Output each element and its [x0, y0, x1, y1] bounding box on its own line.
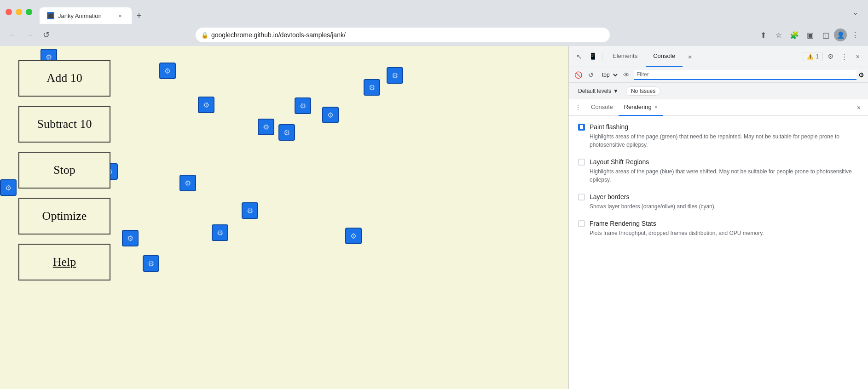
- window-chevron-button[interactable]: ⌄: [848, 5, 862, 19]
- devtools-cursor-icon[interactable]: ↖: [573, 50, 585, 63]
- maximize-traffic-light[interactable]: [26, 9, 32, 15]
- animated-box-4: [198, 97, 214, 113]
- console-refresh-button[interactable]: ↺: [585, 69, 596, 80]
- profile-icon[interactable]: 👤: [834, 29, 847, 41]
- animated-box-17: [143, 255, 159, 272]
- animated-box-9: [364, 79, 380, 96]
- window-controls: ⌄: [848, 5, 862, 19]
- devtools-settings-button[interactable]: ⚙: [824, 50, 837, 63]
- animated-box-15: [345, 228, 362, 244]
- stop-button[interactable]: Stop: [18, 152, 110, 189]
- rendering-tab-rendering[interactable]: Rendering ×: [619, 99, 663, 116]
- devtools-device-icon[interactable]: 📱: [586, 50, 599, 63]
- bookmark-icon[interactable]: ☆: [771, 28, 786, 42]
- rendering-content: Paint flashing Highlights areas of the p…: [569, 116, 868, 389]
- default-levels-label: Default levels: [578, 88, 611, 94]
- animated-box-5: [295, 97, 311, 114]
- layout-shift-description: Highlights areas of the page (blue) that…: [590, 167, 859, 184]
- page-content: Add 10 Subtract 10 Stop Optimize Help: [0, 46, 569, 389]
- new-tab-button[interactable]: +: [132, 8, 146, 23]
- active-tab[interactable]: ⬛ Janky Animation ×: [40, 7, 132, 24]
- optimize-button[interactable]: Optimize: [18, 198, 110, 235]
- share-icon[interactable]: ⬆: [756, 28, 770, 42]
- animated-box-2: [159, 63, 176, 79]
- paint-flashing-label: Paint flashing: [590, 123, 859, 131]
- layer-borders-option: Layer borders Shows layer borders (orang…: [578, 193, 859, 211]
- cast-icon[interactable]: ▣: [803, 28, 817, 42]
- frame-rendering-stats-body: Frame Rendering Stats Plots frame throug…: [590, 220, 859, 237]
- paint-flashing-body: Paint flashing Highlights areas of the p…: [590, 123, 859, 149]
- animated-box-11: [0, 179, 17, 196]
- console-clear-button[interactable]: 🚫: [573, 69, 584, 80]
- rendering-tab-console[interactable]: Console: [585, 99, 619, 116]
- animated-box-6: [258, 119, 274, 135]
- layout-shift-checkbox[interactable]: [578, 159, 585, 166]
- paint-flashing-option: Paint flashing Highlights areas of the p…: [578, 123, 859, 149]
- refresh-button[interactable]: ↺: [39, 28, 53, 42]
- layer-borders-description: Shows layer borders (orange/olive) and t…: [590, 202, 859, 211]
- layout-shift-label: Layout Shift Regions: [590, 158, 859, 166]
- dropdown-arrow-icon: ▼: [613, 88, 619, 94]
- no-issues-button[interactable]: No Issues: [626, 86, 660, 96]
- default-levels-dropdown[interactable]: Default levels ▼: [574, 87, 622, 95]
- extensions-icon[interactable]: 🧩: [787, 28, 802, 42]
- forward-button[interactable]: →: [22, 28, 37, 42]
- browser-menu-icon[interactable]: ⋮: [848, 28, 862, 42]
- layout-shift-option: Layout Shift Regions Highlights areas of…: [578, 158, 859, 184]
- tab-close-button[interactable]: ×: [116, 11, 124, 20]
- browser-window: ⬛ Janky Animation × + ⌄ ← → ↺ 🔒 googlech…: [0, 0, 868, 389]
- animated-box-3: [387, 67, 403, 84]
- paint-flashing-description: Highlights areas of the page (green) tha…: [590, 132, 859, 149]
- animated-box-13: [242, 202, 258, 219]
- paint-flashing-checkbox[interactable]: [578, 124, 585, 131]
- console-frame-select[interactable]: top: [598, 70, 619, 80]
- title-bar: ⬛ Janky Animation × + ⌄: [0, 0, 868, 24]
- rendering-tab-close-icon[interactable]: ×: [654, 104, 658, 110]
- devtools-more-tabs-button[interactable]: »: [683, 50, 696, 63]
- rendering-tab-menu-icon[interactable]: ⋮: [573, 102, 584, 113]
- browser-toolbar-icons: ⬆ ☆ 🧩 ▣ ◫ 👤 ⋮: [756, 28, 862, 42]
- back-button[interactable]: ←: [6, 28, 20, 42]
- devtools-menu-button[interactable]: ⋮: [838, 50, 851, 63]
- frame-rendering-stats-description: Plots frame throughput, dropped frames d…: [590, 229, 859, 237]
- devtools-warning-badge[interactable]: ⚠️ 1: [803, 52, 823, 61]
- traffic-lights: [6, 9, 32, 15]
- frame-rendering-stats-option: Frame Rendering Stats Plots frame throug…: [578, 220, 859, 237]
- devtools-tab-console[interactable]: Console: [646, 46, 683, 67]
- devtools-tab-elements[interactable]: Elements: [605, 46, 645, 67]
- close-all-tabs-icon[interactable]: ×: [853, 102, 864, 113]
- devtools-close-button[interactable]: ×: [851, 50, 864, 63]
- url-text: googlechrome.github.io/devtools-samples/…: [211, 31, 604, 39]
- address-bar[interactable]: 🔒 googlechrome.github.io/devtools-sample…: [196, 28, 610, 42]
- devtools-panel: ↖ 📱 Elements Console » ⚠️ 1 ⚙ ⋮ × 🚫 ↺: [569, 46, 868, 389]
- animated-box-8: [322, 107, 339, 123]
- warning-icon: ⚠️: [807, 53, 814, 60]
- layer-borders-label: Layer borders: [590, 193, 859, 200]
- animated-box-16: [122, 230, 139, 246]
- console-filter-input[interactable]: [634, 70, 856, 80]
- frame-rendering-stats-checkbox[interactable]: [578, 220, 585, 227]
- lock-icon: 🔒: [201, 32, 208, 39]
- rendering-console-label: Console: [591, 103, 613, 110]
- console-levels-row: Default levels ▼ No Issues: [569, 83, 868, 99]
- warning-count: 1: [816, 53, 819, 60]
- console-eye-icon[interactable]: 👁: [621, 69, 632, 80]
- devtools-main-toolbar: ↖ 📱 Elements Console » ⚠️ 1 ⚙ ⋮ ×: [569, 46, 868, 67]
- split-icon[interactable]: ◫: [818, 28, 833, 42]
- toolbar-separator-1: [602, 52, 602, 61]
- layer-borders-checkbox[interactable]: [578, 194, 585, 200]
- frame-rendering-stats-label: Frame Rendering Stats: [590, 220, 859, 227]
- subtract-10-button[interactable]: Subtract 10: [18, 106, 110, 143]
- address-bar-row: ← → ↺ 🔒 googlechrome.github.io/devtools-…: [0, 24, 868, 46]
- main-area: Add 10 Subtract 10 Stop Optimize Help: [0, 46, 868, 389]
- close-traffic-light[interactable]: [6, 9, 12, 15]
- rendering-tabs-bar: ⋮ Console Rendering × ×: [569, 99, 868, 116]
- minimize-traffic-light[interactable]: [16, 9, 22, 15]
- tab-bar: ⬛ Janky Animation × +: [40, 0, 844, 24]
- layout-shift-body: Layout Shift Regions Highlights areas of…: [590, 158, 859, 184]
- add-10-button[interactable]: Add 10: [18, 60, 110, 97]
- animated-box-7: [278, 124, 295, 141]
- console-filter-settings-icon[interactable]: ⚙: [858, 71, 864, 79]
- devtools-console-toolbar: 🚫 ↺ top 👁 ⚙: [569, 67, 868, 83]
- help-button[interactable]: Help: [18, 244, 110, 280]
